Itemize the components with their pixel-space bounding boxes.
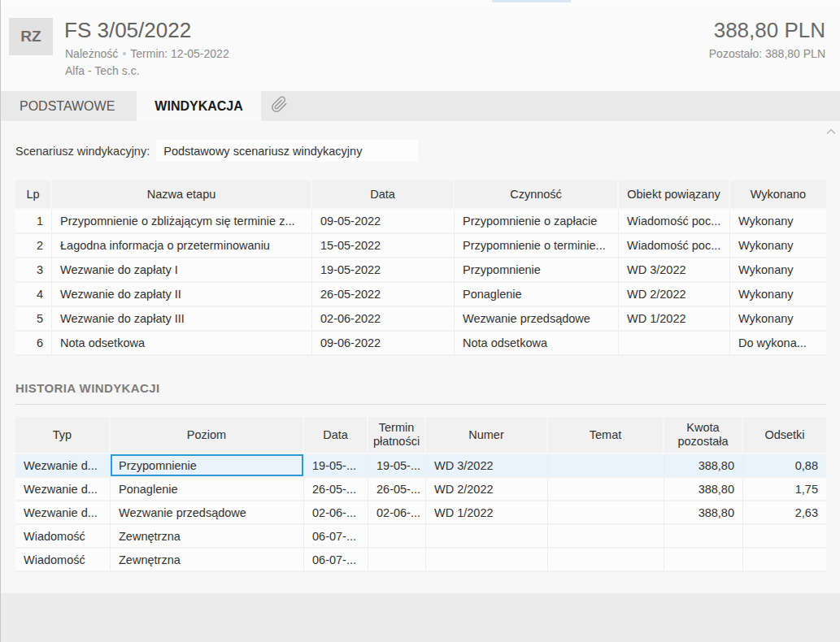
stage-column-header[interactable]: Wykonano	[730, 180, 826, 210]
history-cell[interactable]: WD 1/2022	[426, 501, 548, 525]
tab-podstawowe[interactable]: PODSTAWOWE	[2, 91, 133, 121]
stage-row[interactable]: 1Przypomnienie o zbliżającym się termini…	[15, 210, 826, 234]
history-cell[interactable]: Wiadomość	[15, 549, 111, 572]
stage-row[interactable]: 4Wezwanie do zapłaty II26-05-2022Ponagle…	[15, 283, 826, 307]
history-cell[interactable]: Wezwanie przedsądowe	[111, 501, 304, 525]
history-column-header[interactable]: Termin płatności	[368, 417, 426, 454]
history-column-header[interactable]: Poziom	[111, 417, 304, 454]
history-cell[interactable]	[426, 525, 548, 549]
stage-column-header[interactable]: Data	[312, 180, 455, 210]
stage-row[interactable]: 2Łagodna informacja o przeterminowaniu15…	[15, 234, 826, 258]
stage-cell[interactable]: 6	[15, 332, 52, 356]
stage-cell[interactable]: Wezwanie przedsądowe	[455, 307, 619, 332]
history-cell[interactable]: 02-06-...	[304, 501, 368, 525]
stage-cell[interactable]: Łagodna informacja o przeterminowaniu	[52, 234, 312, 258]
history-cell[interactable]: 2,63	[743, 501, 826, 525]
stage-cell[interactable]: Wykonany	[730, 258, 826, 283]
stage-cell[interactable]: WD 1/2022	[619, 307, 730, 332]
history-cell[interactable]: WD 2/2022	[426, 478, 548, 501]
history-cell[interactable]: Zewnętrzna	[111, 525, 304, 549]
history-cell[interactable]: 388,80	[664, 478, 743, 501]
stage-cell[interactable]: 15-05-2022	[312, 234, 455, 258]
stage-cell[interactable]: 19-05-2022	[312, 258, 455, 283]
stage-cell[interactable]	[619, 332, 730, 356]
history-cell[interactable]: Wezwanie d...	[15, 501, 111, 525]
history-cell[interactable]: 19-05-...	[304, 454, 368, 478]
history-row[interactable]: Wezwanie d...Wezwanie przedsądowe02-06-.…	[15, 501, 826, 525]
stage-cell[interactable]: 2	[15, 234, 52, 258]
history-cell[interactable]: Wezwanie d...	[15, 454, 111, 478]
stage-cell[interactable]: Przypomnienie o zbliżającym się terminie…	[52, 210, 312, 234]
history-cell[interactable]: Zewnętrzna	[111, 549, 304, 572]
history-column-header[interactable]: Typ	[15, 417, 111, 454]
stage-cell[interactable]: 02-06-2022	[312, 307, 455, 332]
history-cell[interactable]: 388,80	[664, 501, 743, 525]
history-cell[interactable]: 06-07-...	[304, 549, 368, 572]
stage-cell[interactable]: Wiadomość poc...	[619, 234, 730, 258]
history-column-header[interactable]: Kwota pozostała	[664, 417, 743, 454]
stage-cell[interactable]: Wykonany	[730, 210, 826, 234]
stage-cell[interactable]: WD 3/2022	[619, 258, 730, 283]
stage-cell[interactable]: 26-05-2022	[312, 283, 455, 307]
stage-column-header[interactable]: Nazwa etapu	[52, 180, 312, 210]
stage-cell[interactable]: Przypomnienie o zapłacie	[455, 210, 619, 234]
stage-cell[interactable]: Wiadomość poc...	[619, 210, 730, 234]
stage-cell[interactable]: 1	[15, 210, 52, 234]
stage-column-header[interactable]: Lp	[15, 180, 52, 210]
history-cell[interactable]: Przypomnienie	[111, 454, 304, 478]
history-column-header[interactable]: Temat	[548, 417, 664, 454]
stage-cell[interactable]: Wezwanie do zapłaty I	[52, 258, 312, 283]
history-cell[interactable]: 388,80	[664, 454, 743, 478]
attachments-button[interactable]	[261, 91, 298, 121]
history-column-header[interactable]: Odsetki	[743, 417, 826, 454]
history-cell[interactable]: 26-05-...	[368, 478, 426, 501]
history-cell[interactable]: Wiadomość	[15, 525, 111, 549]
stage-cell[interactable]: 3	[15, 258, 52, 283]
scroll-up-icon[interactable]	[825, 124, 837, 138]
stage-cell[interactable]: Przypomnienie o terminie...	[455, 234, 619, 258]
history-cell[interactable]	[548, 549, 664, 572]
history-cell[interactable]	[426, 549, 548, 572]
stage-column-header[interactable]: Czynność	[455, 180, 619, 210]
stage-cell[interactable]: Ponaglenie	[455, 283, 619, 307]
history-cell[interactable]: 0,88	[743, 454, 826, 478]
history-cell[interactable]	[368, 525, 426, 549]
stage-cell[interactable]: 5	[15, 307, 52, 332]
scenario-input[interactable]	[156, 140, 418, 162]
history-cell[interactable]: 26-05-...	[304, 478, 368, 501]
stage-row[interactable]: 6Nota odsetkowa09-06-2022Nota odsetkowaD…	[15, 332, 826, 356]
history-cell[interactable]: 19-05-...	[368, 454, 426, 478]
stage-cell[interactable]: Nota odsetkowa	[52, 332, 312, 356]
stage-cell[interactable]: Przypomnienie	[455, 258, 619, 283]
tab-windykacja[interactable]: WINDYKACJA	[137, 91, 260, 121]
history-cell[interactable]	[548, 501, 664, 525]
history-row[interactable]: Wezwanie d...Przypomnienie19-05-...19-05…	[15, 454, 826, 478]
history-cell[interactable]: 02-06-...	[368, 501, 426, 525]
stage-cell[interactable]: Do wykona...	[730, 332, 826, 356]
stage-cell[interactable]: WD 2/2022	[619, 283, 730, 307]
stage-cell[interactable]: Wezwanie do zapłaty II	[52, 283, 312, 307]
stage-cell[interactable]: Wezwanie do zapłaty III	[52, 307, 312, 332]
history-cell[interactable]: 1,75	[743, 478, 826, 501]
stage-row[interactable]: 5Wezwanie do zapłaty III02-06-2022Wezwan…	[15, 307, 826, 332]
history-cell[interactable]: WD 3/2022	[426, 454, 548, 478]
history-column-header[interactable]: Data	[304, 417, 368, 454]
stage-cell[interactable]: Nota odsetkowa	[455, 332, 619, 356]
history-cell[interactable]: 06-07-...	[304, 525, 368, 549]
stage-cell[interactable]: Wykonany	[730, 234, 826, 258]
stage-cell[interactable]: 4	[15, 283, 52, 307]
history-row[interactable]: Wezwanie d...Ponaglenie26-05-...26-05-..…	[15, 478, 826, 501]
stage-cell[interactable]: 09-05-2022	[312, 210, 455, 234]
stage-cell[interactable]: Wykonany	[730, 283, 826, 307]
history-cell[interactable]	[548, 454, 664, 478]
history-cell[interactable]	[548, 478, 664, 501]
history-cell[interactable]: Wezwanie d...	[15, 478, 111, 501]
history-cell[interactable]	[548, 525, 664, 549]
history-cell[interactable]	[743, 525, 826, 549]
history-row[interactable]: WiadomośćZewnętrzna06-07-...	[15, 549, 826, 572]
history-row[interactable]: WiadomośćZewnętrzna06-07-...	[15, 525, 826, 549]
history-cell[interactable]: Ponaglenie	[111, 478, 304, 501]
history-cell[interactable]	[368, 549, 426, 572]
history-cell[interactable]	[664, 549, 743, 572]
stage-row[interactable]: 3Wezwanie do zapłaty I19-05-2022Przypomn…	[15, 258, 826, 283]
